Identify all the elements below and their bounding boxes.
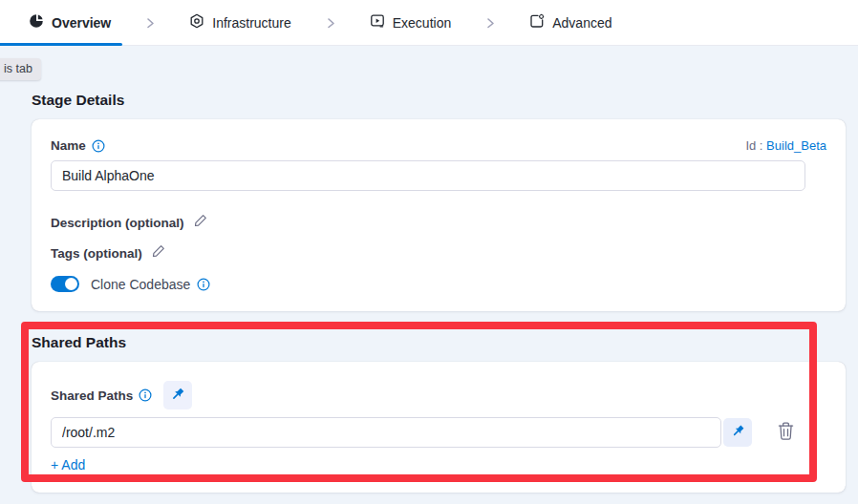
pin-button[interactable] <box>163 381 192 410</box>
shared-paths-card: Shared Paths <box>32 362 846 493</box>
toggle-knob <box>65 278 77 290</box>
clone-codebase-row: Clone Codebase <box>51 276 826 292</box>
clone-codebase-label: Clone Codebase <box>91 277 190 292</box>
tab-infrastructure-label: Infrastructure <box>212 15 290 31</box>
name-label-group: Name <box>51 138 105 153</box>
infrastructure-icon <box>189 13 204 32</box>
id-value-link[interactable]: Build_Beta <box>766 138 826 153</box>
chevron-right-icon <box>143 16 157 30</box>
shared-paths-heading: Shared Paths <box>32 333 846 351</box>
description-edit-row[interactable]: Description (optional) <box>51 214 826 231</box>
stage-tabbar: Overview Infrastructure Execution <box>0 0 858 46</box>
path-input-group <box>51 417 752 448</box>
active-tab-underline <box>0 43 122 46</box>
pin-icon <box>170 387 185 405</box>
shared-paths-label-group: Shared Paths <box>51 388 152 403</box>
tags-edit-row[interactable]: Tags (optional) <box>51 244 826 262</box>
tab-overview[interactable]: Overview <box>29 13 111 32</box>
tags-label: Tags (optional) <box>51 246 142 261</box>
tab-execution-label: Execution <box>393 15 451 31</box>
chevron-right-icon <box>324 16 337 30</box>
id-label: Id : <box>745 138 762 153</box>
tab-advanced-label: Advanced <box>552 15 611 31</box>
chevron-right-icon <box>483 16 497 30</box>
tooltip-fragment: is tab <box>0 58 41 80</box>
description-label: Description (optional) <box>51 216 184 230</box>
tab-infrastructure[interactable]: Infrastructure <box>189 13 290 32</box>
delete-path-button[interactable] <box>777 421 795 444</box>
stage-details-heading: Stage Details <box>32 91 846 109</box>
shared-path-row <box>51 417 826 448</box>
advanced-icon <box>529 13 545 32</box>
shared-path-input[interactable] <box>51 417 721 448</box>
trash-icon <box>777 421 795 444</box>
pin-suffix-button[interactable] <box>723 418 752 447</box>
clone-codebase-label-group: Clone Codebase <box>91 277 210 292</box>
pencil-icon[interactable] <box>152 244 165 262</box>
tab-advanced[interactable]: Advanced <box>529 13 611 32</box>
execution-icon <box>370 13 385 32</box>
info-icon[interactable] <box>139 388 152 402</box>
pencil-icon[interactable] <box>194 214 207 231</box>
tab-execution[interactable]: Execution <box>370 13 451 32</box>
stage-name-input[interactable] <box>51 160 805 191</box>
stage-id: Id : Build_Beta <box>745 138 826 153</box>
info-icon[interactable] <box>92 139 105 153</box>
pin-icon <box>731 424 745 442</box>
stage-configuration-screen: Overview Infrastructure Execution <box>0 0 858 504</box>
name-label: Name <box>51 138 86 153</box>
add-path-link[interactable]: + Add <box>51 457 85 472</box>
info-icon[interactable] <box>197 278 210 291</box>
shared-paths-label: Shared Paths <box>51 388 133 403</box>
overview-icon <box>29 13 44 32</box>
clone-codebase-toggle[interactable] <box>51 276 79 292</box>
stage-details-card: Name Id : Build_Beta Description (option… <box>32 119 846 311</box>
tab-overview-label: Overview <box>52 15 111 31</box>
